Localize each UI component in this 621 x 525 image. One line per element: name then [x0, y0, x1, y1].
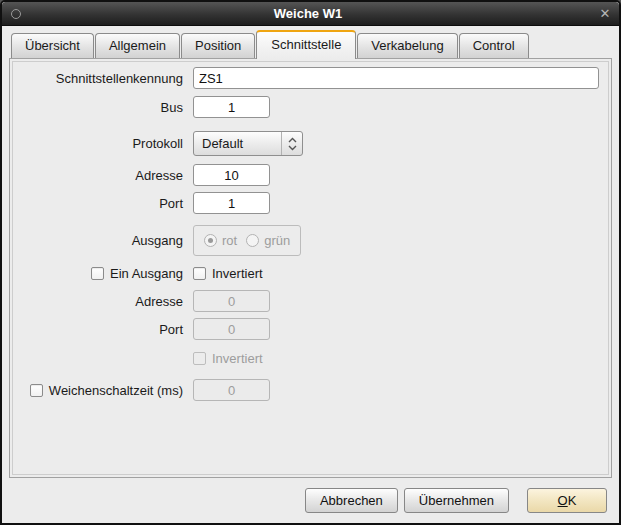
- switch-time-cell: Weichenschaltzeit (ms): [18, 383, 183, 398]
- switch-time-label: Weichenschaltzeit (ms): [49, 383, 183, 398]
- port-second-input: [193, 318, 270, 340]
- single-output-label: Ein Ausgang: [110, 266, 183, 281]
- checkbox-icon: [91, 267, 104, 280]
- radio-selected-icon: [204, 234, 217, 247]
- tab-bar: Übersicht Allgemein Position Schnittstel…: [11, 29, 612, 58]
- port-label: Port: [18, 196, 183, 211]
- radio-unselected-icon: [246, 234, 259, 247]
- single-output-checkbox[interactable]: Ein Ausgang: [91, 266, 183, 281]
- row-single-output: Ein Ausgang Invertiert: [18, 266, 603, 281]
- interface-id-input[interactable]: [193, 67, 599, 89]
- protocol-label: Protokoll: [18, 136, 183, 151]
- bus-input[interactable]: [193, 96, 270, 118]
- address-second-label: Adresse: [18, 294, 183, 309]
- row-switch-time: Weichenschaltzeit (ms): [18, 379, 603, 401]
- checkbox-icon: [193, 267, 206, 280]
- tab-panel-schnittstelle: Schnittstellenkennung Bus Protokoll Defa…: [9, 58, 612, 478]
- row-interface-id: Schnittstellenkennung: [18, 67, 603, 89]
- tab-allgemein[interactable]: Allgemein: [95, 33, 180, 58]
- tab-verkabelung[interactable]: Verkabelung: [357, 33, 457, 58]
- tab-control[interactable]: Control: [459, 33, 529, 58]
- address-label: Adresse: [18, 168, 183, 183]
- bus-label: Bus: [18, 100, 183, 115]
- inverted-second-checkbox: Invertiert: [193, 351, 263, 366]
- switch-time-checkbox[interactable]: Weichenschaltzeit (ms): [30, 383, 183, 398]
- radio-rot: rot: [204, 233, 237, 248]
- ok-accel: O: [558, 493, 568, 508]
- dialog-window: Weiche W1 ✕ Übersicht Allgemein Position…: [0, 0, 621, 525]
- switch-time-input: [193, 379, 270, 401]
- ok-rest: K: [568, 493, 577, 508]
- cancel-button[interactable]: Abbrechen: [305, 488, 398, 513]
- row-address: Adresse: [18, 164, 603, 186]
- checkbox-icon: [30, 384, 43, 397]
- tab-uebersicht[interactable]: Übersicht: [11, 33, 94, 58]
- protocol-selected-value: Default: [194, 132, 281, 155]
- address-input[interactable]: [193, 164, 270, 186]
- protocol-select[interactable]: Default: [193, 131, 303, 156]
- tab-schnittstelle[interactable]: Schnittstelle: [256, 30, 356, 59]
- titlebar: Weiche W1 ✕: [2, 2, 619, 26]
- port-second-label: Port: [18, 322, 183, 337]
- chevron-up-down-icon: [281, 132, 302, 155]
- dialog-button-row: Abbrechen Übernehmen OK: [2, 478, 619, 523]
- row-protocol: Protokoll Default: [18, 131, 603, 156]
- address-second-input: [193, 290, 270, 312]
- radio-gruen: grün: [246, 233, 290, 248]
- port-input[interactable]: [193, 192, 270, 214]
- tab-position[interactable]: Position: [181, 33, 255, 58]
- window-title: Weiche W1: [21, 6, 595, 21]
- checkbox-icon: [193, 352, 206, 365]
- inverted-checkbox[interactable]: Invertiert: [193, 266, 263, 281]
- row-port: Port: [18, 192, 603, 214]
- row-address-second: Adresse: [18, 290, 603, 312]
- output-radio-group: rot grün: [193, 225, 301, 256]
- row-inverted-second: Invertiert: [18, 351, 603, 366]
- row-output: Ausgang rot grün: [18, 225, 603, 256]
- apply-button[interactable]: Übernehmen: [404, 488, 509, 513]
- inverted-second-label: Invertiert: [212, 351, 263, 366]
- close-icon[interactable]: ✕: [595, 6, 615, 21]
- ok-button[interactable]: OK: [527, 488, 607, 513]
- radio-rot-label: rot: [222, 233, 237, 248]
- radio-gruen-label: grün: [264, 233, 290, 248]
- window-menu-icon[interactable]: [11, 9, 21, 19]
- single-output-cell: Ein Ausgang: [18, 266, 183, 281]
- inverted-label: Invertiert: [212, 266, 263, 281]
- output-label: Ausgang: [18, 233, 183, 248]
- row-port-second: Port: [18, 318, 603, 340]
- row-bus: Bus: [18, 96, 603, 118]
- interface-id-label: Schnittstellenkennung: [18, 71, 183, 86]
